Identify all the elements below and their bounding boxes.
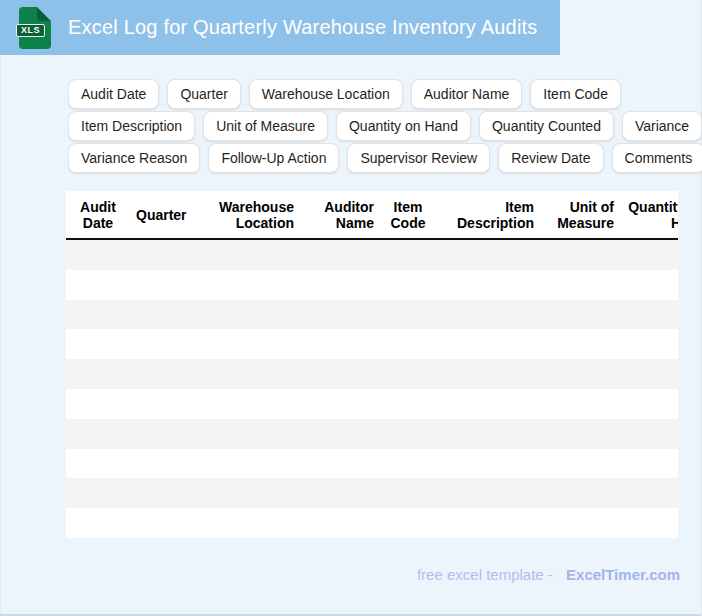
spreadsheet-preview: Audit Date Quarter Warehouse Location Au… <box>66 191 678 538</box>
table-header-row: Audit Date Quarter Warehouse Location Au… <box>66 191 678 240</box>
chip-review-date[interactable]: Review Date <box>498 143 603 173</box>
field-chip-list: Audit Date Quarter Warehouse Location Au… <box>68 79 702 175</box>
chip-item-code[interactable]: Item Code <box>530 79 621 109</box>
file-fold-corner-icon <box>37 7 51 21</box>
table-row <box>66 478 678 508</box>
chip-quantity-counted[interactable]: Quantity Counted <box>479 111 614 141</box>
chip-follow-up-action[interactable]: Follow-Up Action <box>208 143 339 173</box>
table-row <box>66 419 678 449</box>
table-body <box>66 240 678 538</box>
chip-comments[interactable]: Comments <box>612 143 702 173</box>
chip-variance-reason[interactable]: Variance Reason <box>68 143 200 173</box>
chip-audit-date[interactable]: Audit Date <box>68 79 159 109</box>
chip-item-description[interactable]: Item Description <box>68 111 195 141</box>
chip-row-2: Item Description Unit of Measure Quantit… <box>68 111 702 141</box>
chip-unit-of-measure[interactable]: Unit of Measure <box>203 111 328 141</box>
table-row <box>66 329 678 359</box>
chip-row-1: Audit Date Quarter Warehouse Location Au… <box>68 79 702 109</box>
table-row <box>66 300 678 330</box>
col-header-item-description: Item Description <box>436 191 540 238</box>
chip-warehouse-location[interactable]: Warehouse Location <box>249 79 403 109</box>
table-row <box>66 270 678 300</box>
chip-row-3: Variance Reason Follow-Up Action Supervi… <box>68 143 702 173</box>
xls-file-icon: XLS <box>19 7 51 49</box>
chip-auditor-name[interactable]: Auditor Name <box>411 79 523 109</box>
footer-brand-link[interactable]: ExcelTimer.com <box>566 566 680 583</box>
table-row <box>66 359 678 389</box>
col-header-warehouse-location: Warehouse Location <box>194 191 300 238</box>
chip-variance[interactable]: Variance <box>622 111 702 141</box>
xls-badge: XLS <box>16 24 45 38</box>
chip-supervisor-review[interactable]: Supervisor Review <box>347 143 490 173</box>
table-row <box>66 508 678 538</box>
col-header-item-code: Item Code <box>380 191 436 238</box>
app-header: XLS Excel Log for Quarterly Warehouse In… <box>0 0 560 55</box>
chip-quantity-on-hand[interactable]: Quantity on Hand <box>336 111 471 141</box>
footer: free excel template - ExcelTimer.com <box>417 566 680 583</box>
chip-quarter[interactable]: Quarter <box>167 79 240 109</box>
page: XLS Excel Log for Quarterly Warehouse In… <box>0 0 702 616</box>
table-row <box>66 449 678 479</box>
footer-text: free excel template - <box>417 566 553 583</box>
table-row <box>66 389 678 419</box>
col-header-unit-of-measure: Unit of Measure <box>540 191 620 238</box>
page-title: Excel Log for Quarterly Warehouse Invent… <box>68 16 537 39</box>
col-header-quarter: Quarter <box>130 191 194 238</box>
table-row <box>66 240 678 270</box>
col-header-quantity-on-hand: Quantity on Hand <box>620 191 678 238</box>
col-header-auditor-name: Auditor Name <box>300 191 380 238</box>
col-header-audit-date: Audit Date <box>66 191 130 238</box>
